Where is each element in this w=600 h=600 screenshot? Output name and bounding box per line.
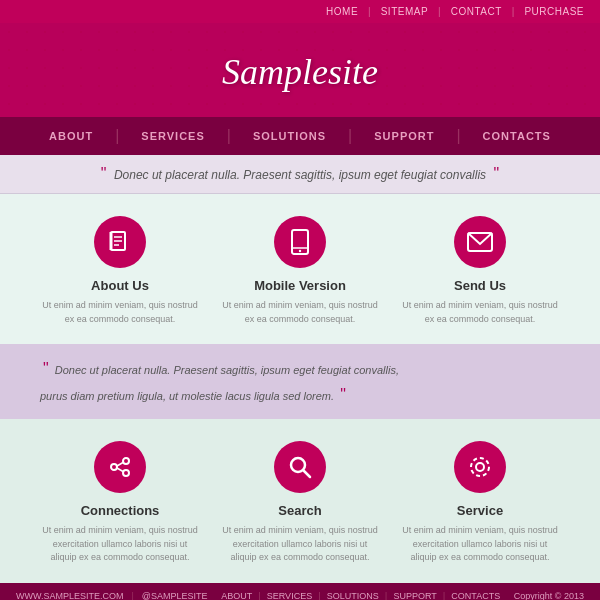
- quote2-line1: Donec ut placerat nulla. Praesent sagitt…: [55, 364, 399, 376]
- quote-band-1: " Donec ut placerat nulla. Praesent sagi…: [0, 155, 600, 194]
- footer-nav-sep1: |: [258, 591, 261, 600]
- feature-about: About Us Ut enim ad minim veniam, quis n…: [30, 216, 210, 326]
- feature-mobile: Mobile Version Ut enim ad minim veniam, …: [210, 216, 390, 326]
- footer-contacts[interactable]: CONTACTS: [451, 591, 500, 600]
- feature-5-title: Search: [220, 503, 380, 518]
- footer-services[interactable]: SERVICES: [267, 591, 312, 600]
- svg-point-17: [471, 458, 489, 476]
- quote-band-2: " Donec ut placerat nulla. Praesent sagi…: [0, 344, 600, 419]
- quote2-line2: purus diam pretium ligula, ut molestie l…: [40, 390, 334, 402]
- open-quote-1: ": [101, 165, 107, 182]
- feature-icon-mobile: [274, 216, 326, 268]
- feature-1-body: Ut enim ad minim veniam, quis nostrud ex…: [40, 299, 200, 326]
- top-nav-contact[interactable]: CONTACT: [451, 6, 502, 17]
- feature-connections: Connections Ut enim ad minim veniam, qui…: [30, 441, 210, 565]
- svg-line-13: [117, 468, 123, 472]
- close-quote-1: ": [493, 165, 499, 182]
- nav-support[interactable]: SUPPORT: [352, 117, 456, 155]
- feature-search: Search Ut enim ad minim veniam, quis nos…: [210, 441, 390, 565]
- feature-6-body: Ut enim ad minim veniam, quis nostrud ex…: [400, 524, 560, 565]
- svg-point-10: [123, 458, 129, 464]
- feature-icon-service: [454, 441, 506, 493]
- nav-services[interactable]: SERVICES: [119, 117, 226, 155]
- svg-line-12: [117, 463, 123, 467]
- feature-icon-search: [274, 441, 326, 493]
- sep2: |: [438, 6, 441, 17]
- open-quote-2: ": [43, 360, 49, 377]
- footer-nav-sep2: |: [318, 591, 321, 600]
- close-quote-2: ": [340, 386, 346, 403]
- footer-solutions[interactable]: SOLUTIONS: [327, 591, 379, 600]
- svg-point-11: [123, 470, 129, 476]
- nav-solutions[interactable]: SOLUTIONS: [231, 117, 348, 155]
- features-section-1: About Us Ut enim ad minim veniam, quis n…: [0, 194, 600, 344]
- nav-about[interactable]: ABOUT: [27, 117, 115, 155]
- top-bar: HOME | SITEMAP | CONTACT | PURCHASE: [0, 0, 600, 23]
- feature-icon-book: [94, 216, 146, 268]
- footer-nav: ABOUT | SERVICES | SOLUTIONS | SUPPORT |…: [221, 591, 500, 600]
- svg-point-9: [111, 464, 117, 470]
- footer-sep1: |: [132, 591, 134, 600]
- feature-icon-connections: [94, 441, 146, 493]
- nav-contacts[interactable]: CONTACTS: [461, 117, 573, 155]
- quote-text-1: Donec ut placerat nulla. Praesent sagitt…: [114, 168, 486, 182]
- footer-left: WWW.SAMPLESITE.COM | @SAMPLESITE: [16, 591, 208, 600]
- top-nav-home[interactable]: HOME: [326, 6, 358, 17]
- feature-icon-mail: [454, 216, 506, 268]
- feature-2-body: Ut enim ad minim veniam, quis nostrud ex…: [220, 299, 380, 326]
- feature-send: Send Us Ut enim ad minim veniam, quis no…: [390, 216, 570, 326]
- sep3: |: [512, 6, 515, 17]
- feature-3-body: Ut enim ad minim veniam, quis nostrud ex…: [400, 299, 560, 326]
- feature-3-title: Send Us: [400, 278, 560, 293]
- feature-5-body: Ut enim ad minim veniam, quis nostrud ex…: [220, 524, 380, 565]
- copyright-text: Copyright © 2013: [514, 591, 584, 600]
- main-nav: ABOUT | SERVICES | SOLUTIONS | SUPPORT |…: [0, 117, 600, 155]
- footer-site: WWW.SAMPLESITE.COM: [16, 591, 124, 600]
- footer-nav-sep4: |: [443, 591, 446, 600]
- hero-section: Samplesite: [0, 23, 600, 117]
- svg-point-6: [299, 250, 301, 252]
- svg-line-15: [304, 471, 311, 478]
- feature-2-title: Mobile Version: [220, 278, 380, 293]
- top-nav-sitemap[interactable]: SITEMAP: [381, 6, 428, 17]
- site-footer: WWW.SAMPLESITE.COM | @SAMPLESITE ABOUT |…: [0, 583, 600, 600]
- sep1: |: [368, 6, 371, 17]
- top-nav-purchase[interactable]: PURCHASE: [524, 6, 584, 17]
- footer-support[interactable]: SUPPORT: [393, 591, 436, 600]
- feature-4-body: Ut enim ad minim veniam, quis nostrud ex…: [40, 524, 200, 565]
- footer-nav-sep3: |: [385, 591, 388, 600]
- svg-point-16: [476, 463, 484, 471]
- features-section-2: Connections Ut enim ad minim veniam, qui…: [0, 419, 600, 583]
- site-title: Samplesite: [20, 51, 580, 93]
- feature-4-title: Connections: [40, 503, 200, 518]
- feature-service: Service Ut enim ad minim veniam, quis no…: [390, 441, 570, 565]
- footer-about[interactable]: ABOUT: [221, 591, 252, 600]
- footer-social: @SAMPLESITE: [142, 591, 208, 600]
- feature-6-title: Service: [400, 503, 560, 518]
- footer-copyright: Copyright © 2013: [514, 591, 584, 600]
- feature-1-title: About Us: [40, 278, 200, 293]
